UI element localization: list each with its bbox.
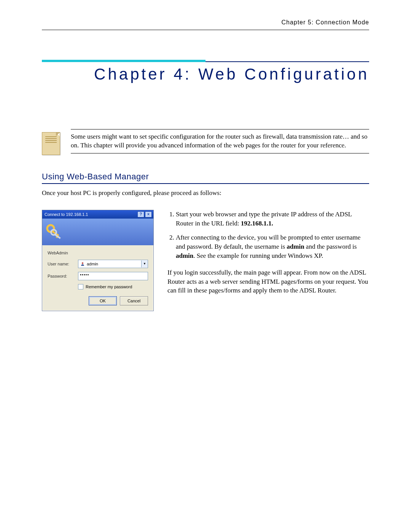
remember-checkbox[interactable] [78, 284, 83, 289]
dialog-title: Connect to 192.168.1.1 [45, 212, 137, 217]
title-rule-accent [42, 60, 206, 62]
note-body: Some users might want to set specific co… [71, 129, 369, 157]
close-icon[interactable]: × [145, 211, 152, 217]
note-text: Some users might want to set specific co… [71, 133, 369, 150]
running-header: Chapter 5: Connection Mode [42, 19, 369, 30]
help-icon[interactable]: ? [137, 211, 144, 217]
title-rule-line [206, 61, 369, 62]
auth-dialog: Connect to 192.168.1.1 ? × WebAdmin [42, 210, 154, 311]
step-2-pass: admin [176, 252, 193, 259]
svg-point-5 [82, 262, 83, 264]
chevron-down-icon[interactable]: ▼ [141, 260, 148, 267]
note-bottom-rule [71, 153, 369, 153]
step-2-text-e: . See the example for running under Wind… [193, 252, 323, 259]
step-list: Start your web browser and type the priv… [167, 210, 369, 260]
cancel-button[interactable]: Cancel [120, 296, 148, 305]
step-2-text-c: and the password is [304, 243, 357, 250]
dialog-realm: WebAdmin [48, 251, 148, 255]
note-page-icon [42, 132, 60, 155]
title-rule [42, 60, 369, 62]
chapter-title: Chapter 4: Web Configuration [42, 65, 369, 83]
username-combo[interactable]: admin ▼ [78, 260, 148, 268]
ok-button[interactable]: OK [89, 296, 117, 305]
password-field[interactable]: ••••• [78, 272, 148, 280]
username-value: admin [87, 262, 141, 266]
intro-text: Once your host PC is properly configured… [42, 189, 369, 197]
keys-icon [45, 223, 64, 240]
step-1: Start your web browser and type the priv… [176, 210, 369, 228]
step-2: After connecting to the device, you will… [176, 233, 369, 260]
success-paragraph: If you login successfully, the main page… [167, 268, 369, 295]
username-label: User name: [48, 262, 74, 266]
section-rule [42, 183, 369, 184]
step-2-user: admin [287, 243, 304, 250]
section-heading: Using Web-Based Manager [42, 172, 369, 182]
password-label: Password: [48, 274, 74, 278]
remember-label: Remember my password [86, 284, 132, 289]
step-1-ip: 192.168.1.1. [241, 220, 273, 227]
dialog-banner [42, 219, 153, 245]
note-top-rule [71, 129, 369, 129]
user-icon [80, 261, 85, 267]
dialog-titlebar: Connect to 192.168.1.1 ? × [42, 210, 153, 219]
